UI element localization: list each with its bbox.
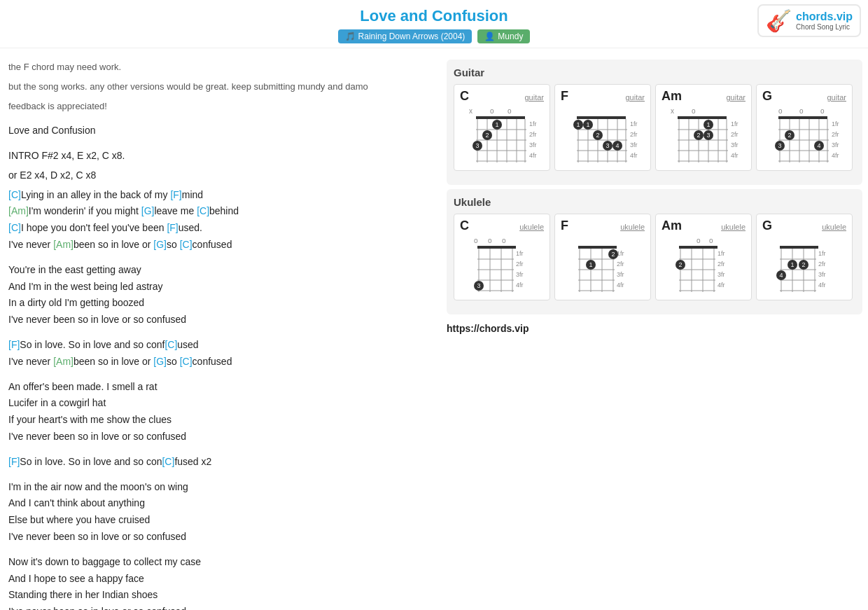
svg-text:3fr: 3fr bbox=[832, 141, 839, 148]
chords-col: Guitar C guitar x o o bbox=[441, 54, 868, 610]
chord-grid-G-ukulele: 1fr 2fr 3fr 4fr 1 2 4 bbox=[769, 236, 839, 296]
svg-text:1fr: 1fr bbox=[718, 250, 725, 257]
chord-F[interactable]: [F] bbox=[8, 339, 20, 350]
svg-text:o: o bbox=[799, 107, 804, 115]
chord-C[interactable]: [C] bbox=[8, 189, 21, 200]
svg-rect-3 bbox=[476, 116, 525, 119]
lyric-line: Standing there in her Indian shoes bbox=[8, 587, 433, 604]
lyric-line: I've never been so in love or so confuse… bbox=[8, 604, 433, 610]
artist-badge[interactable]: 👤 Mundy bbox=[477, 29, 530, 43]
chord-name-C-uke: C bbox=[460, 219, 469, 233]
chord-Am[interactable]: [Am] bbox=[53, 356, 74, 367]
logo-area: 🎸 chords.vip Chord Song Lyric bbox=[757, 4, 861, 37]
chord-diagram-F-ukulele: F ukulele 1 bbox=[554, 214, 651, 300]
chord-F[interactable]: [F] bbox=[170, 189, 181, 200]
svg-text:2fr: 2fr bbox=[617, 261, 624, 268]
chord-name-Am-uke: Am bbox=[662, 219, 682, 233]
chord-C[interactable]: [C] bbox=[197, 205, 209, 216]
chord-type-ukulele[interactable]: ukulele bbox=[519, 223, 544, 231]
chord-type-ukulele[interactable]: ukulele bbox=[721, 223, 746, 231]
chord-type-guitar[interactable]: guitar bbox=[827, 93, 846, 102]
chord-type-ukulele[interactable]: ukulele bbox=[620, 223, 645, 231]
chorus1-block: [F]So in love. So in love and so conf[C]… bbox=[8, 337, 433, 370]
verse2-block: You're in the east getting away And I'm … bbox=[8, 262, 433, 328]
chord-Am[interactable]: [Am] bbox=[53, 239, 74, 250]
svg-text:o: o bbox=[709, 237, 713, 244]
svg-text:2fr: 2fr bbox=[832, 131, 839, 138]
chord-name-row: Am guitar bbox=[662, 89, 746, 104]
svg-text:4: 4 bbox=[817, 142, 820, 149]
chord-G[interactable]: [G] bbox=[153, 239, 167, 250]
ukulele-label: Ukulele bbox=[454, 196, 855, 208]
chord-C[interactable]: [C] bbox=[180, 239, 192, 250]
svg-text:1fr: 1fr bbox=[818, 250, 826, 257]
svg-text:3fr: 3fr bbox=[516, 271, 524, 278]
lyric-line: [C]I hope you don't feel you've been [F]… bbox=[8, 220, 433, 237]
album-badge[interactable]: 🎵 Raining Down Arrows (2004) bbox=[338, 29, 472, 43]
svg-text:4fr: 4fr bbox=[832, 152, 839, 159]
lyric-line: [Am]I'm wonderin' if you might [G]leave … bbox=[8, 203, 433, 220]
chord-diagram-Am-guitar: Am guitar x o bbox=[655, 84, 752, 171]
svg-text:2fr: 2fr bbox=[718, 261, 725, 268]
song-title-line: Love and Confusion bbox=[8, 123, 433, 139]
svg-text:2fr: 2fr bbox=[529, 131, 537, 138]
chord-Am[interactable]: [Am] bbox=[8, 205, 29, 216]
lyric-line: I'm in the air now and the moon's on win… bbox=[8, 479, 433, 496]
chord-name-G-uke: G bbox=[762, 219, 772, 233]
svg-text:3: 3 bbox=[477, 282, 480, 289]
chord-name-row: C guitar bbox=[460, 89, 544, 104]
svg-text:3fr: 3fr bbox=[731, 141, 738, 148]
svg-text:4: 4 bbox=[779, 272, 783, 279]
chord-name-row: F guitar bbox=[561, 89, 645, 104]
chord-C[interactable]: [C] bbox=[162, 456, 174, 467]
page-title: Love and Confusion bbox=[0, 7, 868, 25]
svg-text:3fr: 3fr bbox=[529, 141, 537, 148]
note2: but the song works. any other versions w… bbox=[8, 79, 433, 95]
svg-text:2fr: 2fr bbox=[818, 261, 826, 268]
chord-type-ukulele[interactable]: ukulele bbox=[822, 223, 846, 231]
chord-name-row: C ukulele bbox=[460, 219, 544, 233]
chord-C[interactable]: [C] bbox=[164, 339, 177, 350]
lyric-line: Lucifer in a cowgirl hat bbox=[8, 395, 433, 412]
artist-icon: 👤 bbox=[484, 32, 495, 41]
svg-rect-51 bbox=[678, 116, 727, 119]
svg-text:1fr: 1fr bbox=[630, 120, 638, 127]
svg-text:2: 2 bbox=[611, 251, 615, 258]
chord-name-G: G bbox=[762, 89, 772, 104]
chord-grid-F-guitar: 1fr 2fr 3fr 4fr 1 1 2 bbox=[564, 106, 641, 166]
chord-name-F: F bbox=[561, 89, 568, 104]
svg-text:o: o bbox=[507, 107, 512, 115]
lyric-line: And I hope to see a happy face bbox=[8, 571, 433, 588]
svg-text:1: 1 bbox=[586, 121, 589, 128]
svg-text:2fr: 2fr bbox=[731, 131, 738, 138]
chord-diagram-G-ukulele: G ukulele 1 bbox=[756, 214, 853, 300]
lyric-line: I've never [Am]been so in love or [G]so … bbox=[8, 354, 433, 370]
chord-diagram-F-guitar: F guitar bbox=[554, 84, 651, 171]
svg-rect-114 bbox=[578, 246, 617, 249]
guitar-label: Guitar bbox=[454, 67, 855, 78]
svg-text:o: o bbox=[502, 237, 506, 244]
chord-grid-Am-ukulele: o o 1fr 2fr bbox=[668, 236, 738, 296]
chord-type-guitar[interactable]: guitar bbox=[625, 93, 645, 102]
lyric-line: If your heart's with me show the clues bbox=[8, 412, 433, 429]
chord-F[interactable]: [F] bbox=[8, 456, 20, 467]
svg-text:4fr: 4fr bbox=[818, 282, 826, 289]
lyric-line: [F]So in love. So in love and so con[C]f… bbox=[8, 454, 433, 471]
svg-text:o: o bbox=[490, 107, 494, 115]
chord-C[interactable]: [C] bbox=[180, 356, 192, 367]
chord-C[interactable]: [C] bbox=[8, 222, 21, 233]
svg-text:4: 4 bbox=[615, 142, 619, 149]
chord-type-guitar[interactable]: guitar bbox=[726, 93, 746, 102]
ukulele-panel: Ukulele C ukulele o o o bbox=[447, 189, 862, 314]
svg-text:o: o bbox=[696, 237, 701, 244]
svg-text:x: x bbox=[671, 107, 674, 115]
svg-text:4fr: 4fr bbox=[630, 152, 638, 159]
svg-text:3fr: 3fr bbox=[630, 141, 638, 148]
svg-text:4fr: 4fr bbox=[516, 282, 524, 289]
or-line: or E2 x4, D x2, C x8 bbox=[8, 167, 433, 184]
chord-type-guitar[interactable]: guitar bbox=[524, 93, 544, 102]
chord-G[interactable]: [G] bbox=[141, 205, 155, 216]
chord-F[interactable]: [F] bbox=[167, 222, 178, 233]
svg-rect-133 bbox=[679, 246, 718, 249]
chord-G[interactable]: [G] bbox=[153, 356, 167, 367]
